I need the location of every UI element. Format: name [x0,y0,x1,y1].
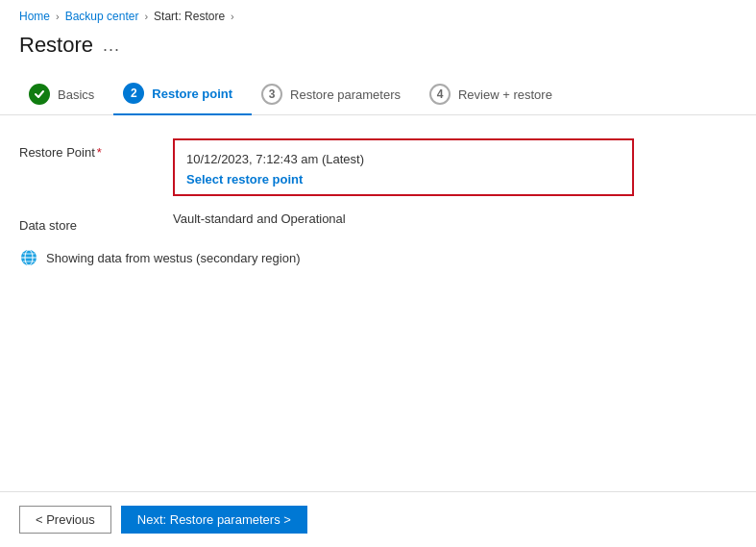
tab-restore-point-label: Restore point [152,87,232,101]
globe-icon [19,248,38,267]
tabs-container: Basics 2 Restore point 3 Restore paramet… [0,73,756,115]
content-area: Restore Point* 10/12/2023, 7:12:43 am (L… [0,115,756,290]
tab-restore-point-circle: 2 [123,83,144,104]
tab-restore-parameters-circle: 3 [261,84,282,105]
info-row: Showing data from westus (secondary regi… [19,248,737,267]
data-store-label: Data store [19,211,173,233]
footer-bar: < Previous Next: Restore parameters > [0,491,756,547]
restore-point-label: Restore Point* [19,138,173,160]
breadcrumb-sep-3: › [231,11,234,22]
breadcrumb-backup-center[interactable]: Backup center [65,10,139,23]
data-store-row: Data store Vault-standard and Operationa… [19,211,737,233]
required-star: * [97,145,102,160]
tab-restore-parameters-label: Restore parameters [290,87,401,102]
breadcrumb-home[interactable]: Home [19,10,50,23]
page-header: Restore ... [0,29,756,73]
tab-restore-parameters[interactable]: 3 Restore parameters [252,74,420,114]
next-button[interactable]: Next: Restore parameters > [121,506,307,534]
data-store-value-text: Vault-standard and Operational [173,205,346,226]
data-store-value: Vault-standard and Operational [173,211,737,226]
tab-basics-label: Basics [58,87,94,102]
breadcrumb-current: Start: Restore [154,10,225,23]
more-options-icon[interactable]: ... [103,36,120,56]
tab-review-restore-number: 4 [437,87,444,101]
previous-button[interactable]: < Previous [19,506,111,534]
restore-point-date: 10/12/2023, 7:12:43 am (Latest) [186,148,621,170]
restore-point-box: 10/12/2023, 7:12:43 am (Latest) Select r… [173,138,634,196]
tab-restore-point[interactable]: 2 Restore point [113,73,252,115]
breadcrumb-sep-1: › [56,11,60,22]
breadcrumb: Home › Backup center › Start: Restore › [0,0,756,29]
restore-point-value: 10/12/2023, 7:12:43 am (Latest) Select r… [173,138,737,196]
tab-review-restore[interactable]: 4 Review + restore [420,74,572,114]
select-restore-point-link[interactable]: Select restore point [186,172,303,186]
tab-review-restore-circle: 4 [429,84,451,105]
tab-review-restore-label: Review + restore [458,87,552,102]
tab-basics[interactable]: Basics [19,74,113,114]
restore-point-row: Restore Point* 10/12/2023, 7:12:43 am (L… [19,138,737,196]
breadcrumb-sep-2: › [144,11,148,22]
tab-restore-point-number: 2 [131,87,137,100]
checkmark-icon [34,88,45,100]
tab-restore-parameters-number: 3 [269,87,276,101]
info-text: Showing data from westus (secondary regi… [46,251,300,265]
page-title: Restore [19,33,93,58]
tab-basics-circle [29,84,50,105]
